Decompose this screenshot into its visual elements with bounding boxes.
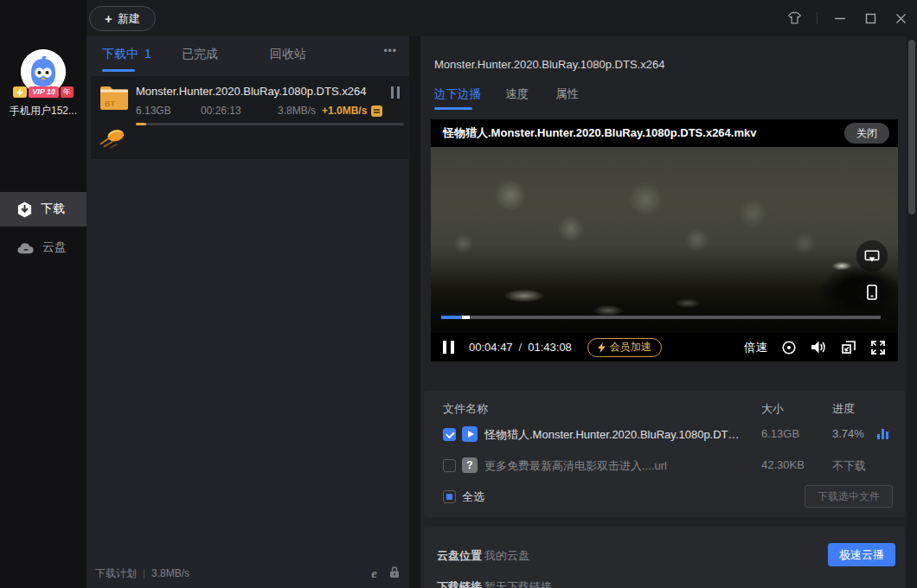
- file-row-url[interactable]: ? 更多免费最新高清电影双击进入....url 42.30KB 不下载: [424, 457, 905, 476]
- download-statusbar: 下载计划 3.8MB/s e: [87, 559, 409, 588]
- task-time-remaining: 00:26:13: [201, 105, 241, 117]
- scrollbar-thumb[interactable]: [908, 40, 915, 214]
- tab-downloading-count: 1: [144, 47, 151, 61]
- playing-filename: 怪物猎人.Monster.Hunter.2020.BluRay.1080p.DT…: [443, 119, 756, 147]
- lock-icon[interactable]: [388, 566, 401, 581]
- fullscreen-icon[interactable]: [870, 340, 886, 355]
- player-progress-bar[interactable]: [441, 316, 881, 319]
- player-progress-handle[interactable]: [462, 316, 470, 319]
- select-all-checkbox[interactable]: [443, 490, 456, 503]
- year-vip-badge: 年: [61, 86, 74, 98]
- sidebar: VIP 10 年 手机用户152... 下载 云盘: [0, 0, 87, 588]
- mini-window-icon[interactable]: [841, 340, 856, 355]
- task-speed: 3.8MB/s: [278, 105, 316, 117]
- pause-task-icon[interactable]: [391, 86, 400, 99]
- file-row-movie[interactable]: 怪物猎人.Monster.Hunter.2020.BluRay.1080p.DT…: [424, 425, 905, 444]
- browser-icon[interactable]: e: [371, 566, 377, 581]
- player-header: 怪物猎人.Monster.Hunter.2020.BluRay.1080p.DT…: [431, 119, 898, 147]
- tab-downloading-label: 下载中: [102, 47, 138, 61]
- cast-screen-icon: [864, 249, 880, 264]
- file-progress: 不下载: [832, 458, 866, 474]
- cloud-play-button[interactable]: 极速云播: [828, 543, 895, 566]
- download-link-label: 下载链接: [437, 579, 482, 588]
- download-task-item[interactable]: BT Monster.Hunter.2020.BluRay.1080p.DTS.…: [91, 76, 409, 159]
- statusbar-speed: 3.8MB/s: [151, 567, 189, 579]
- vip-trial-badge-icon: [371, 105, 382, 117]
- volume-icon[interactable]: [811, 340, 827, 355]
- vip-boost-button[interactable]: 会员加速: [587, 338, 662, 357]
- playing-indicator-icon: [877, 428, 889, 439]
- cloud-location-value[interactable]: 我的云盘: [484, 548, 529, 564]
- tab-trash[interactable]: 回收站: [270, 47, 306, 62]
- cast-to-tv-button[interactable]: [856, 240, 888, 272]
- vip-level-badge: VIP 10: [29, 86, 59, 98]
- play-on-phone-button[interactable]: [856, 277, 888, 308]
- panel-divider: [409, 36, 420, 588]
- vip-badges: VIP 10 年: [0, 86, 87, 98]
- tab-properties[interactable]: 属性: [555, 86, 579, 102]
- file-name: 怪物猎人.Monster.Hunter.2020.BluRay.1080p.DT…: [484, 427, 744, 443]
- file-checkbox-unchecked[interactable]: [443, 459, 456, 472]
- download-plan-label[interactable]: 下载计划: [95, 566, 137, 581]
- close-player-button[interactable]: 关闭: [844, 123, 889, 144]
- sidebar-item-download[interactable]: 下载: [0, 192, 87, 227]
- tab-speed[interactable]: 速度: [505, 86, 529, 102]
- sidebar-item-cloud[interactable]: 云盘: [0, 230, 87, 265]
- player-time: 00:04:47 / 01:43:08: [469, 341, 572, 354]
- detail-panel: Monster.Hunter.2020.BluRay.1080p.DTS.x26…: [420, 36, 917, 588]
- sidebar-cloud-label: 云盘: [42, 240, 67, 255]
- select-all-label: 全选: [462, 489, 484, 505]
- window-controls: [786, 0, 908, 36]
- player-pause-icon[interactable]: [443, 341, 454, 354]
- new-task-label: 新建: [118, 11, 140, 27]
- select-all-row: 全选 下载选中文件: [424, 488, 905, 507]
- file-list-card: 文件名称 大小 进度 怪物猎人.Monster.Hunter.2020.BluR…: [424, 391, 905, 517]
- task-stats: 6.13GB 00:26:13 3.8MB/s +1.0MB/s: [91, 105, 409, 118]
- download-selected-button[interactable]: 下载选中文件: [805, 485, 893, 508]
- dlna-settings-icon[interactable]: [781, 340, 797, 355]
- minimize-icon[interactable]: [832, 10, 848, 26]
- tab-play-while-download[interactable]: 边下边播: [434, 86, 481, 102]
- task-size: 6.13GB: [136, 105, 171, 117]
- detail-title: Monster.Hunter.2020.BluRay.1080p.DTS.x26…: [434, 58, 664, 71]
- time-total: 01:43:08: [528, 341, 572, 354]
- file-checkbox-checked[interactable]: [443, 428, 456, 441]
- app-window: + 新建: [0, 0, 917, 588]
- time-current: 00:04:47: [469, 341, 513, 354]
- plus-icon: +: [105, 12, 112, 25]
- tab-downloading[interactable]: 下载中1: [102, 47, 151, 62]
- task-progress-bar: [136, 123, 404, 125]
- window-controls-divider: [817, 12, 818, 24]
- bolt-badge-icon: [13, 86, 27, 98]
- player-controls: 00:04:47 / 01:43:08 会员加速 倍速: [431, 333, 898, 361]
- skin-theme-icon[interactable]: [786, 10, 802, 26]
- tab-completed[interactable]: 已完成: [182, 47, 218, 62]
- username[interactable]: 手机用户152...: [0, 104, 87, 118]
- col-file-size: 大小: [761, 401, 784, 417]
- playback-rate-button[interactable]: 倍速: [744, 340, 767, 355]
- file-name: 更多免费最新高清电影双击进入....url: [484, 458, 744, 474]
- file-size: 42.30KB: [761, 458, 805, 471]
- tasks-tabs: 下载中1 已完成 回收站 •••: [87, 36, 409, 76]
- speedup-comet-icon[interactable]: [98, 125, 125, 149]
- tasks-panel: 下载中1 已完成 回收站 ••• BT Monster.Hunter.2020.…: [87, 36, 409, 588]
- time-separator: /: [519, 341, 523, 354]
- new-task-button[interactable]: + 新建: [89, 6, 156, 31]
- vip-boost-label: 会员加速: [610, 340, 651, 355]
- play-file-icon[interactable]: [462, 426, 478, 442]
- detail-active-tab-underline: [434, 107, 472, 110]
- file-size: 6.13GB: [761, 427, 799, 440]
- lightning-icon: [598, 342, 606, 353]
- maximize-icon[interactable]: [862, 10, 878, 26]
- unknown-file-icon: ?: [462, 457, 478, 473]
- statusbar-divider: [144, 569, 144, 578]
- close-icon[interactable]: [893, 10, 908, 26]
- title-bar: + 新建: [87, 0, 917, 36]
- video-frame[interactable]: [431, 147, 898, 333]
- cloud-card: 云盘位置 我的云盘 极速云播 下载链接 暂无下载链接: [424, 527, 905, 588]
- cloud-drive-icon: [16, 240, 35, 255]
- player-progress-fill: [441, 316, 462, 319]
- file-progress: 3.74%: [832, 427, 864, 440]
- more-tabs-icon[interactable]: •••: [383, 45, 397, 57]
- task-progress-fill: [136, 123, 146, 125]
